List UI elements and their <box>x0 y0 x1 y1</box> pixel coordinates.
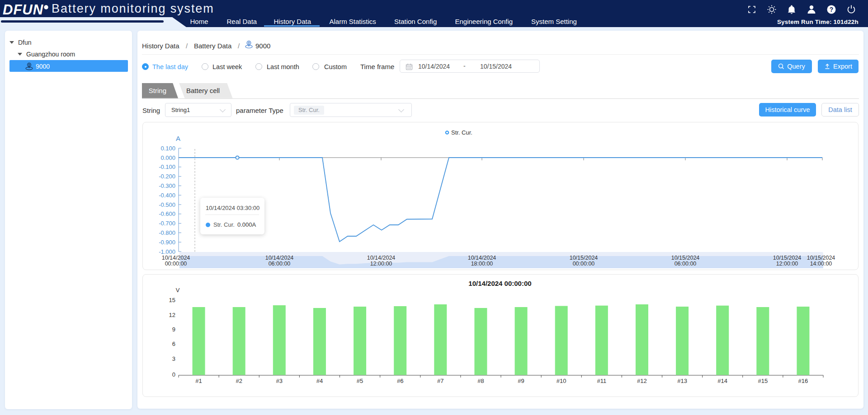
svg-text:00:00:00: 00:00:00 <box>573 261 595 267</box>
svg-text:DFUN: DFUN <box>3 2 43 17</box>
svg-text:0.000: 0.000 <box>160 154 175 161</box>
svg-text:#9: #9 <box>518 378 524 384</box>
svg-text:?: ? <box>830 6 834 13</box>
svg-text:-0.800: -0.800 <box>159 229 175 236</box>
svg-text:18:00:00: 18:00:00 <box>471 261 493 267</box>
svg-text:06:00:00: 06:00:00 <box>269 261 291 267</box>
svg-text:#10: #10 <box>557 378 566 384</box>
svg-text:-1.000: -1.000 <box>159 248 175 255</box>
svg-text:06:00:00: 06:00:00 <box>675 261 697 267</box>
svg-text:10/15/2024: 10/15/2024 <box>773 255 802 261</box>
svg-text:#16: #16 <box>798 378 808 384</box>
svg-text:9: 9 <box>172 326 175 333</box>
svg-text:-0.100: -0.100 <box>159 163 175 170</box>
svg-text:-0.500: -0.500 <box>159 201 175 208</box>
svg-text:10/15/2024: 10/15/2024 <box>807 255 835 261</box>
svg-text:10/14/2024 00:00:00: 10/14/2024 00:00:00 <box>468 280 531 287</box>
svg-text:0: 0 <box>172 371 175 378</box>
svg-text:12:00:00: 12:00:00 <box>776 261 798 267</box>
svg-text:#4: #4 <box>316 378 323 384</box>
svg-text:Str. Cur.: Str. Cur. <box>451 129 472 136</box>
svg-text:A: A <box>176 135 180 142</box>
svg-text:#7: #7 <box>437 378 443 384</box>
svg-text:#1: #1 <box>195 378 202 384</box>
svg-text:10/15/2024: 10/15/2024 <box>671 255 700 261</box>
svg-text:6: 6 <box>172 340 175 347</box>
svg-text:-0.900: -0.900 <box>159 239 175 246</box>
svg-text:-0.400: -0.400 <box>159 192 175 199</box>
svg-text:10/14/2024: 10/14/2024 <box>162 255 190 261</box>
svg-text:15: 15 <box>169 297 175 303</box>
svg-text:#8: #8 <box>477 378 484 384</box>
svg-text:0.100: 0.100 <box>160 145 175 152</box>
svg-text:10/14/2024: 10/14/2024 <box>468 255 496 261</box>
svg-text:#11: #11 <box>597 378 606 384</box>
svg-text:12: 12 <box>169 312 175 318</box>
svg-text:#6: #6 <box>397 378 403 384</box>
svg-text:10/14/2024: 10/14/2024 <box>265 255 294 261</box>
svg-text:-0.600: -0.600 <box>159 210 175 217</box>
svg-text:V: V <box>176 287 180 294</box>
svg-text:-0.300: -0.300 <box>159 182 175 189</box>
svg-text:#15: #15 <box>758 378 768 384</box>
svg-text:12:00:00: 12:00:00 <box>370 261 392 267</box>
svg-text:#14: #14 <box>717 378 727 384</box>
svg-text:10/14/2024: 10/14/2024 <box>367 255 396 261</box>
svg-text:#13: #13 <box>677 378 687 384</box>
svg-text:#5: #5 <box>357 378 363 384</box>
svg-text:10/15/2024: 10/15/2024 <box>570 255 598 261</box>
svg-text:#12: #12 <box>637 378 647 384</box>
svg-text:3: 3 <box>172 355 175 362</box>
svg-text:#2: #2 <box>236 378 242 384</box>
svg-text:14:00:00: 14:00:00 <box>810 261 832 267</box>
svg-text:00:00:00: 00:00:00 <box>165 261 187 267</box>
svg-text:#3: #3 <box>276 378 283 384</box>
svg-text:-0.700: -0.700 <box>159 220 175 227</box>
svg-text:-0.200: -0.200 <box>159 173 175 180</box>
